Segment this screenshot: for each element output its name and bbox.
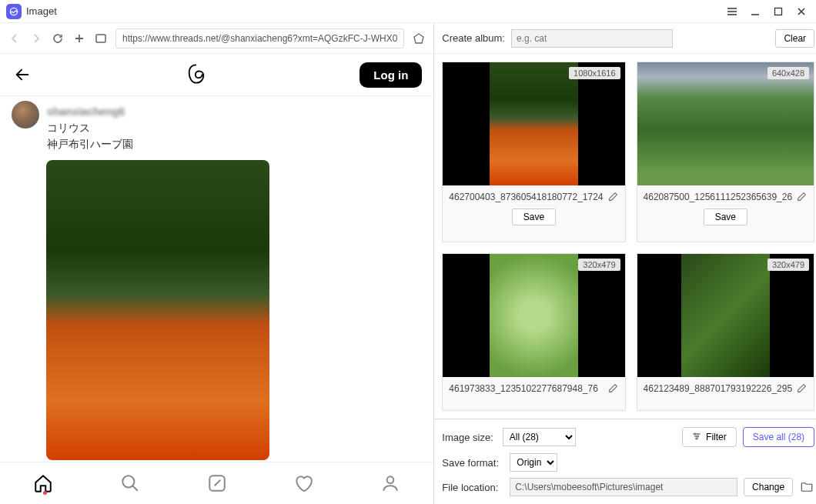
album-input[interactable] bbox=[511, 29, 673, 48]
edit-icon[interactable] bbox=[797, 192, 808, 202]
edit-icon[interactable] bbox=[608, 383, 619, 394]
post-username: shanxiacheng6 bbox=[47, 104, 133, 120]
add-tab-icon[interactable] bbox=[72, 32, 86, 45]
format-select[interactable]: Original bbox=[510, 453, 557, 472]
thumbnail[interactable]: 640x428 bbox=[637, 62, 814, 185]
thumbnail[interactable]: 320x479 bbox=[637, 254, 814, 377]
dimensions-badge: 320x479 bbox=[578, 259, 620, 271]
post-line1: コリウス bbox=[47, 120, 133, 136]
nav-back-icon[interactable] bbox=[8, 32, 22, 45]
app-name: Imaget bbox=[26, 5, 57, 17]
edit-icon[interactable] bbox=[797, 383, 808, 394]
post-line2: 神戸布引ハーブ園 bbox=[47, 136, 133, 152]
thumbnail[interactable]: 1080x1616 bbox=[443, 62, 624, 185]
tag-icon[interactable] bbox=[412, 32, 426, 45]
location-input[interactable] bbox=[510, 478, 737, 496]
profile-tab-icon[interactable] bbox=[379, 472, 402, 495]
nav-forward-icon[interactable] bbox=[29, 32, 43, 45]
threads-header: Log in bbox=[0, 54, 433, 96]
file-name: 461973833_1235102277687948_76 bbox=[449, 383, 603, 394]
filter-button[interactable]: Filter bbox=[682, 427, 737, 447]
thumbnail[interactable]: 320x479 bbox=[443, 254, 624, 377]
save-button[interactable]: Save bbox=[704, 209, 747, 225]
thumbnail-grid: 1080x1616462700403_873605418180772_1724S… bbox=[434, 54, 816, 419]
image-card: 1080x1616462700403_873605418180772_1724S… bbox=[442, 62, 625, 242]
open-folder-icon[interactable] bbox=[799, 479, 814, 495]
svg-point-5 bbox=[387, 476, 394, 483]
image-card: 320x479461973833_1235102277687948_76 bbox=[442, 253, 625, 411]
album-bar: Create album: Clear bbox=[434, 23, 816, 54]
search-tab-icon[interactable] bbox=[119, 472, 142, 495]
svg-point-8 bbox=[696, 437, 697, 439]
svg-point-6 bbox=[694, 432, 696, 434]
image-card: 640x428462087500_1256111252365639_26Save bbox=[637, 62, 815, 242]
notification-dot bbox=[43, 491, 47, 495]
dimensions-badge: 640x428 bbox=[768, 67, 809, 79]
maximize-icon[interactable] bbox=[770, 3, 787, 20]
close-icon[interactable] bbox=[793, 3, 810, 20]
format-label: Save format: bbox=[442, 457, 503, 469]
file-name: 462700403_873605418180772_1724 bbox=[449, 192, 603, 202]
login-button[interactable]: Log in bbox=[360, 62, 422, 88]
svg-point-7 bbox=[697, 435, 698, 436]
browser-navbar: https://www.threads.net/@shanxiacheng6?x… bbox=[0, 23, 433, 54]
image-card: 320x479462123489_888701793192226_295 bbox=[637, 253, 815, 411]
threads-tabbar bbox=[0, 462, 433, 504]
post-image[interactable] bbox=[46, 160, 269, 460]
svg-point-3 bbox=[122, 476, 134, 487]
size-label: Image size: bbox=[442, 432, 493, 443]
album-label: Create album: bbox=[442, 32, 505, 44]
threads-back-icon[interactable] bbox=[12, 64, 33, 85]
edit-icon[interactable] bbox=[608, 192, 619, 202]
right-footer: Image size: All (28) Filter Save all (28… bbox=[434, 419, 816, 504]
svg-rect-2 bbox=[96, 35, 105, 42]
clear-button[interactable]: Clear bbox=[775, 29, 814, 48]
svg-rect-1 bbox=[775, 8, 782, 15]
compose-tab-icon[interactable] bbox=[206, 472, 229, 495]
titlebar: Imaget bbox=[0, 0, 816, 23]
app-logo bbox=[6, 4, 22, 19]
minimize-icon[interactable] bbox=[747, 3, 764, 20]
dimensions-badge: 320x479 bbox=[768, 259, 809, 271]
location-label: File location: bbox=[442, 482, 503, 493]
save-button[interactable]: Save bbox=[512, 209, 556, 225]
avatar[interactable] bbox=[12, 101, 39, 129]
file-name: 462123489_888701793192226_295 bbox=[644, 383, 793, 394]
address-bar[interactable]: https://www.threads.net/@shanxiacheng6?x… bbox=[115, 28, 404, 48]
activity-tab-icon[interactable] bbox=[292, 472, 315, 495]
size-select[interactable]: All (28) bbox=[503, 428, 576, 446]
hamburger-icon[interactable] bbox=[724, 3, 741, 20]
file-name: 462087500_1256111252365639_26 bbox=[644, 192, 793, 202]
tab-icon[interactable] bbox=[94, 32, 108, 45]
filter-label: Filter bbox=[706, 432, 727, 442]
filter-icon bbox=[692, 432, 701, 443]
save-all-button[interactable]: Save all (28) bbox=[743, 427, 814, 447]
post-area: shanxiacheng6 コリウス 神戸布引ハーブ園 bbox=[0, 96, 433, 462]
threads-logo-icon bbox=[186, 63, 207, 87]
dimensions-badge: 1080x1616 bbox=[569, 67, 620, 79]
reload-icon[interactable] bbox=[51, 32, 65, 45]
change-button[interactable]: Change bbox=[744, 478, 793, 496]
